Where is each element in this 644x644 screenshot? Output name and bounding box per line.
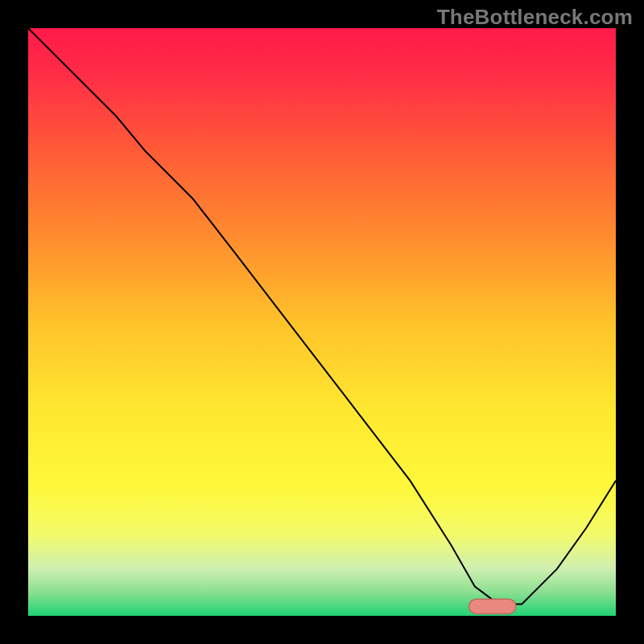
chart-svg — [28, 28, 616, 616]
plot-area — [28, 28, 616, 616]
optimal-range-marker — [469, 599, 516, 613]
watermark-label: TheBottleneck.com — [437, 5, 633, 30]
chart-container: TheBottleneck.com — [0, 0, 644, 644]
